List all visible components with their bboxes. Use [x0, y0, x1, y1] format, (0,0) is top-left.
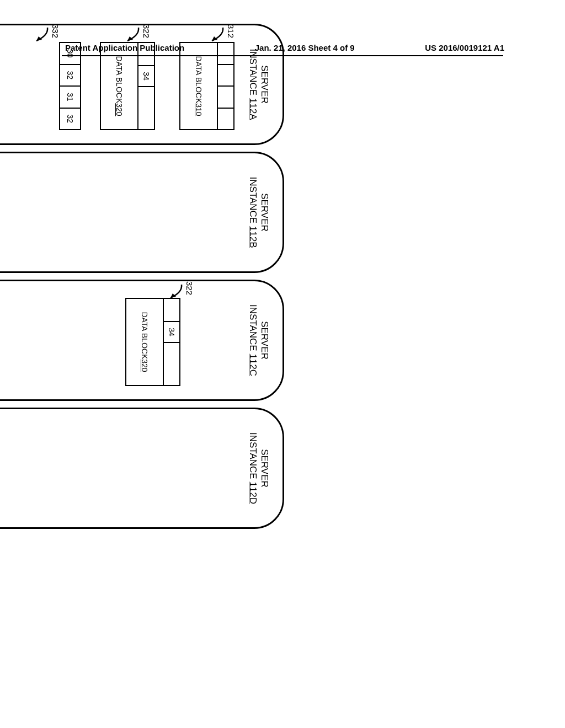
server-a-title-l1: SERVER: [259, 65, 270, 104]
block-320a-vcell-pad1: [139, 87, 154, 129]
block-310-vcell-2: [218, 87, 234, 109]
arrow-icon: [112, 24, 142, 54]
data-block-310-label-pre: DATA BLOCK: [195, 56, 204, 103]
server-instance-b: SERVER INSTANCE 112B: [0, 152, 284, 273]
server-d-title-l1: SERVER: [259, 449, 270, 488]
data-block-310-label-num: 310: [195, 103, 204, 116]
diagram: SERVER INSTANCE 112A 312: [0, 24, 284, 578]
arrow-icon: [196, 24, 226, 54]
server-a-title-l2pre: INSTANCE: [248, 49, 258, 98]
block-310-vcell-3: [218, 109, 234, 130]
server-a-title: SERVER INSTANCE 112A: [247, 34, 271, 135]
block-320a-vcell-row: 34: [138, 42, 156, 130]
versions-332-c3: 32: [61, 109, 81, 130]
server-instance-a: SERVER INSTANCE 112A 312: [0, 24, 284, 145]
data-block-320a: DATA BLOCK 320: [100, 42, 139, 130]
data-block-320c: DATA BLOCK 320: [126, 298, 164, 386]
server-b-title-l1: SERVER: [259, 193, 270, 232]
versions-332-c1: 32: [61, 65, 81, 87]
server-c-title-num: 112C: [248, 354, 258, 376]
server-b-title-num: 112B: [248, 226, 258, 248]
diagram-wrap: SERVER INSTANCE 112A 312: [77, 94, 491, 648]
arrow-icon: [21, 24, 51, 54]
data-block-320a-label-pre: DATA BLOCK: [115, 56, 124, 103]
server-d-title: SERVER INSTANCE 112D: [247, 418, 271, 518]
block-320a-vcell: 34: [139, 65, 154, 87]
server-c-title: SERVER INSTANCE 112C: [247, 290, 271, 390]
versions-row-332: 30 32 31 32: [60, 42, 82, 130]
callout-322c-label: 322: [185, 281, 194, 295]
data-block-320c-label-num: 320: [141, 359, 150, 372]
server-instance-d: SERVER INSTANCE 112D: [0, 408, 284, 529]
data-block-320c-label-pre: DATA BLOCK: [141, 312, 150, 359]
versions-332-c0: 30: [61, 43, 81, 65]
callout-312-label: 312: [226, 24, 236, 38]
server-b-title-l2pre: INSTANCE: [248, 176, 258, 226]
block-310-vcell-row: [217, 42, 235, 130]
server-c-title-l2pre: INSTANCE: [248, 304, 258, 354]
data-block-310: DATA BLOCK 310: [180, 42, 218, 130]
header-right: US 2016/0019121 A1: [425, 43, 504, 52]
block-310-vcell-1: [218, 65, 234, 87]
data-block-320a-label-num: 320: [115, 103, 124, 116]
callout-312: 312: [196, 24, 236, 54]
arrow-icon: [155, 281, 185, 311]
server-d-title-l2pre: INSTANCE: [248, 432, 258, 481]
callout-322-c: 322: [155, 281, 194, 311]
block-320c-vcell-row: 34: [163, 298, 181, 386]
server-instance-c: SERVER INSTANCE 112C 322: [0, 280, 284, 401]
callout-332-label: 332: [51, 24, 60, 38]
callout-332: 332: [21, 24, 60, 54]
page: Patent Application Publication Jan. 21, …: [0, 0, 565, 728]
server-d-title-num: 112D: [248, 481, 258, 504]
server-b-title: SERVER INSTANCE 112B: [247, 162, 271, 263]
versions-332-c2: 31: [61, 87, 81, 109]
callout-322a-label: 322: [142, 24, 151, 38]
server-a-title-num: 112A: [248, 98, 258, 120]
server-c-title-l1: SERVER: [259, 321, 270, 360]
callout-322-a: 322: [112, 24, 151, 54]
server-row: SERVER INSTANCE 112A 312: [0, 24, 284, 578]
block-320c-vcell-pad1: [164, 343, 180, 385]
block-320c-vcell: 34: [164, 321, 180, 343]
